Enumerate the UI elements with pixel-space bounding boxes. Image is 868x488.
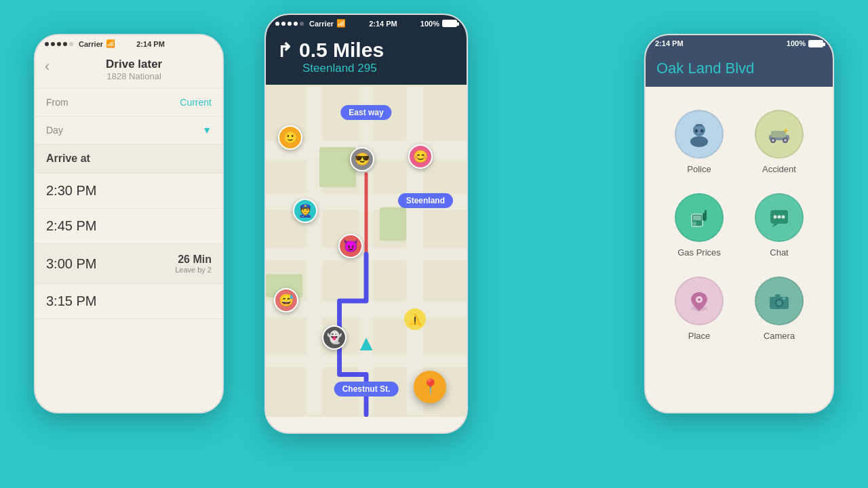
nav-arrow-icon: ▲ xyxy=(355,331,377,356)
icon-item-chat[interactable]: Chat xyxy=(739,184,819,267)
svg-point-37 xyxy=(698,298,701,301)
left-wifi-icon: 📶 xyxy=(106,39,115,48)
drive-later-title: Drive later xyxy=(55,58,213,71)
svg-marker-31 xyxy=(772,224,778,228)
left-carrier: Carrier xyxy=(79,40,103,48)
left-body: From Current Day ▼ Arrive at 2:30 PM 2:4… xyxy=(35,89,222,319)
nav-street: Steenland 295 xyxy=(302,62,456,75)
center-wifi-icon: 📶 xyxy=(336,19,346,28)
time-4: 3:15 PM xyxy=(46,293,96,309)
time-3-detail: 26 Min Leave by 2 xyxy=(175,253,212,274)
warning-pin: ⚠️ xyxy=(404,308,426,330)
center-battery-pct: 100% xyxy=(420,20,439,28)
place-icon xyxy=(686,288,712,314)
svg-point-40 xyxy=(776,300,782,306)
back-button[interactable]: ‹ xyxy=(45,59,50,74)
icon-item-accident[interactable]: ✦ Accident xyxy=(739,100,819,184)
left-time: 2:14 PM xyxy=(136,40,165,48)
from-label: From xyxy=(46,97,68,108)
police-label: Police xyxy=(687,164,711,174)
avatar-red: 😈 xyxy=(338,234,363,258)
svg-point-23 xyxy=(784,139,787,142)
avatar-pink: 😊 xyxy=(408,144,433,169)
svg-point-32 xyxy=(774,216,777,219)
avatar-orange: 🙂 xyxy=(278,125,302,150)
icon-item-place[interactable]: Place xyxy=(659,267,739,350)
camera-icon xyxy=(766,288,792,314)
time-row-4[interactable]: 3:15 PM xyxy=(35,284,222,319)
east-way-label: East way xyxy=(340,105,391,120)
place-label: Place xyxy=(688,331,711,341)
arrive-label: Arrive at xyxy=(46,152,90,164)
svg-rect-26 xyxy=(693,216,701,220)
svg-point-33 xyxy=(778,216,781,219)
center-phone: Carrier 📶 2:14 PM 100% ↱ 0.5 Miles Steen… xyxy=(264,14,468,434)
day-label: Day xyxy=(46,125,63,136)
from-value: Current xyxy=(180,97,212,108)
police-icon xyxy=(686,121,712,147)
icons-grid: Police ✦ Accident xyxy=(646,87,833,364)
svg-rect-8 xyxy=(406,87,423,414)
camera-circle xyxy=(755,277,804,325)
icon-item-police[interactable]: Police xyxy=(659,100,739,184)
right-status-bar: 2:14 PM 100% xyxy=(646,35,833,52)
svg-rect-6 xyxy=(306,87,323,414)
arrive-section: Arrive at xyxy=(35,144,222,174)
accident-label: Accident xyxy=(762,164,796,174)
svg-rect-41 xyxy=(775,294,781,298)
svg-point-29 xyxy=(692,222,696,226)
avatar-blue: 👮 xyxy=(293,199,317,223)
chat-label: Chat xyxy=(770,247,788,258)
icon-item-gas[interactable]: Gas Prices xyxy=(659,184,739,267)
police-circle xyxy=(675,110,724,159)
center-time: 2:14 PM xyxy=(369,20,397,28)
svg-rect-10 xyxy=(380,207,406,241)
gas-circle xyxy=(675,193,724,242)
from-row: From Current xyxy=(35,89,222,117)
map-area: East way Steenland Chestnut St. 🙂 😎 😊 👮 … xyxy=(266,85,467,417)
center-carrier: Carrier xyxy=(309,20,334,28)
gas-label: Gas Prices xyxy=(677,247,721,258)
place-circle xyxy=(675,277,724,325)
day-value: ▼ xyxy=(202,125,212,136)
turn-arrow-icon: ↱ xyxy=(277,39,292,62)
nav-distance: 0.5 Miles xyxy=(299,39,384,62)
camera-label: Camera xyxy=(764,331,795,341)
svg-point-34 xyxy=(782,216,785,219)
svg-rect-28 xyxy=(705,210,707,214)
center-status-bar: Carrier 📶 2:14 PM 100% xyxy=(266,15,467,32)
time-1: 2:30 PM xyxy=(46,183,96,199)
accident-circle: ✦ xyxy=(755,110,804,159)
time-row-1[interactable]: 2:30 PM xyxy=(35,174,222,209)
time-2: 2:45 PM xyxy=(46,218,96,234)
icon-item-camera[interactable]: Camera xyxy=(739,267,819,350)
svg-point-16 xyxy=(695,129,698,133)
time-row-3[interactable]: 3:00 PM 26 Min Leave by 2 xyxy=(35,244,222,284)
day-row: Day ▼ xyxy=(35,117,222,144)
left-phone: Carrier 📶 2:14 PM ‹ Drive later 1828 Nat… xyxy=(34,34,224,413)
street-banner: Oak Land Blvd xyxy=(646,52,833,87)
time-row-2[interactable]: 2:45 PM xyxy=(35,209,222,244)
svg-text:✦: ✦ xyxy=(783,126,789,136)
svg-point-13 xyxy=(690,136,708,147)
accident-icon: ✦ xyxy=(766,121,792,147)
gas-icon xyxy=(686,205,712,230)
nav-bar: ↱ 0.5 Miles Steenland 295 xyxy=(266,32,467,85)
svg-point-17 xyxy=(701,129,703,133)
left-status-bar: Carrier 📶 2:14 PM xyxy=(35,35,222,52)
avatar-pink2: 😅 xyxy=(274,288,298,312)
svg-rect-42 xyxy=(783,298,785,300)
chat-icon xyxy=(766,205,792,230)
right-time: 2:14 PM xyxy=(655,39,684,47)
svg-point-21 xyxy=(772,139,774,142)
address-subtitle: 1828 National xyxy=(55,71,213,81)
avatar-dark: 👻 xyxy=(322,325,347,350)
right-phone: 2:14 PM 100% Oak Land Blvd Police xyxy=(644,34,834,413)
chestnut-label: Chestnut St. xyxy=(334,382,399,396)
chat-circle xyxy=(755,193,804,242)
time-3: 3:00 PM xyxy=(46,256,96,272)
right-battery-pct: 100% xyxy=(787,39,806,47)
steenland-label: Steenland xyxy=(398,193,453,208)
left-header: ‹ Drive later 1828 National xyxy=(35,52,222,89)
destination-pin: 📍 xyxy=(414,371,446,403)
